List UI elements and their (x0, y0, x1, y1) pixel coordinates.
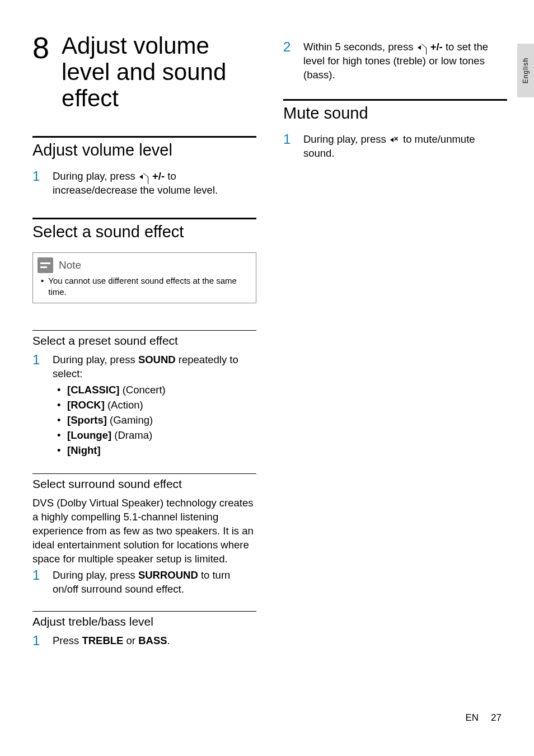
list-item: [ROCK] (Action) (67, 398, 256, 412)
note-label: Note (59, 259, 81, 271)
right-column: 2 Within 5 seconds, press +/- to set the… (283, 32, 507, 651)
step-adjust-volume-1: 1 During play, press +/- to increase/dec… (32, 170, 256, 198)
step-treble-1: 1 Press TREBLE or BASS. (32, 634, 256, 648)
volume-icon (418, 44, 427, 51)
heading-adjust-volume: Adjust volume level (32, 136, 256, 159)
note-icon (38, 257, 53, 273)
list-item: [Night] (67, 444, 256, 458)
step-number: 1 (32, 569, 43, 597)
step-number: 1 (32, 170, 43, 198)
step-preset-1: 1 During play, press SOUND repeatedly to… (32, 353, 256, 459)
mute-icon (390, 136, 399, 144)
heading-surround: Select surround sound effect (32, 473, 256, 491)
step-number: 1 (283, 133, 293, 161)
step-body: During play, press +/- to increase/decre… (53, 170, 256, 198)
page-content: 8 Adjust volume level and sound effect A… (0, 0, 534, 678)
preset-options: [CLASSIC] (Concert) [ROCK] (Action) [Spo… (53, 383, 256, 458)
heading-preset-sound: Select a preset sound effect (32, 330, 256, 348)
step-treble-2: 2 Within 5 seconds, press +/- to set the… (283, 40, 507, 82)
note-body: • You cannot use different sound effects… (33, 275, 256, 303)
step-number: 2 (283, 40, 293, 82)
left-column: 8 Adjust volume level and sound effect A… (32, 32, 256, 651)
step-mute-1: 1 During play, press to mute/unmute soun… (283, 133, 507, 161)
heading-mute: Mute sound (283, 99, 507, 123)
step-surround-1: 1 During play, press SURROUND to turn on… (32, 569, 256, 597)
page-footer: EN 27 (465, 712, 502, 724)
step-number: 1 (32, 353, 43, 459)
footer-page-number: 27 (491, 712, 502, 724)
chapter-heading: 8 Adjust volume level and sound effect (32, 32, 256, 111)
chapter-number: 8 (32, 32, 49, 63)
step-body: During play, press SOUND repeatedly to s… (53, 353, 256, 459)
heading-treble-bass: Adjust treble/bass level (32, 611, 256, 628)
step-body: Press TREBLE or BASS. (53, 634, 256, 648)
volume-icon (139, 173, 148, 181)
heading-select-sound-effect: Select a sound effect (32, 218, 256, 241)
list-item: [CLASSIC] (Concert) (67, 383, 256, 397)
note-bullet: • (41, 275, 44, 297)
chapter-title: Adjust volume level and sound effect (62, 32, 256, 111)
note-box: Note • You cannot use different sound ef… (32, 252, 256, 303)
footer-lang: EN (465, 712, 479, 724)
language-tab: English (517, 44, 534, 97)
list-item: [Sports] (Gaming) (67, 414, 256, 428)
surround-paragraph: DVS (Dolby Virtual Speaker) technology c… (32, 496, 256, 566)
step-body: During play, press to mute/unmute sound. (303, 133, 507, 161)
note-header: Note (33, 253, 256, 275)
step-body: During play, press SURROUND to turn on/o… (53, 569, 256, 597)
step-body: Within 5 seconds, press +/- to set the l… (303, 40, 507, 82)
note-text: You cannot use different sound effects a… (48, 275, 248, 297)
language-tab-label: English (522, 58, 530, 83)
step-number: 1 (32, 634, 43, 648)
list-item: [Lounge] (Drama) (67, 429, 256, 443)
